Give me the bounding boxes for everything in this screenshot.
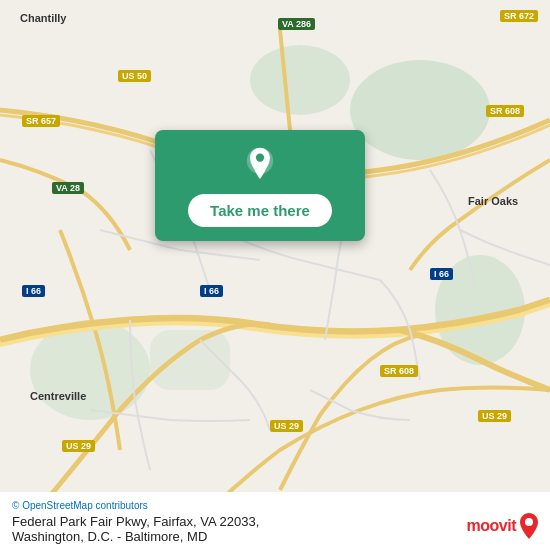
osm-link[interactable]: © OpenStreetMap contributors (12, 500, 148, 511)
address-line1: Federal Park Fair Pkwy, Fairfax, VA 2203… (12, 514, 538, 529)
va286-shield: VA 286 (278, 18, 315, 30)
moovit-logo: moovit (467, 512, 540, 540)
svg-rect-4 (150, 330, 230, 390)
moovit-logo-text: moovit (467, 517, 516, 535)
centreville-label: Centreville (30, 390, 86, 402)
i66-mid-shield: I 66 (200, 285, 223, 297)
us29-right-shield: US 29 (478, 410, 511, 422)
chantilly-label: Chantilly (20, 12, 66, 24)
location-card: Take me there (155, 130, 365, 241)
osm-credit: © OpenStreetMap contributors (12, 500, 538, 511)
svg-point-9 (525, 518, 533, 526)
sr608-bot-shield: SR 608 (380, 365, 418, 377)
us29-mid-shield: US 29 (270, 420, 303, 432)
map-container: Chantilly Centreville Fair Oaks US 50 VA… (0, 0, 550, 550)
fair-oaks-label: Fair Oaks (468, 195, 518, 207)
address-line2: Washington, D.C. - Baltimore, MD (12, 529, 538, 544)
svg-point-8 (256, 153, 264, 161)
sr608-top-shield: SR 608 (486, 105, 524, 117)
svg-point-1 (250, 45, 350, 115)
us50-shield: US 50 (118, 70, 151, 82)
sr657-shield: SR 657 (22, 115, 60, 127)
va28-shield: VA 28 (52, 182, 84, 194)
location-pin-icon (241, 146, 279, 184)
svg-point-0 (350, 60, 490, 160)
us29-left-shield: US 29 (62, 440, 95, 452)
i66-left-shield: I 66 (22, 285, 45, 297)
map-roads (0, 0, 550, 550)
sr672-shield: SR 672 (500, 10, 538, 22)
moovit-pin-icon (518, 512, 540, 540)
i66-right-shield: I 66 (430, 268, 453, 280)
take-me-there-button[interactable]: Take me there (188, 194, 332, 227)
